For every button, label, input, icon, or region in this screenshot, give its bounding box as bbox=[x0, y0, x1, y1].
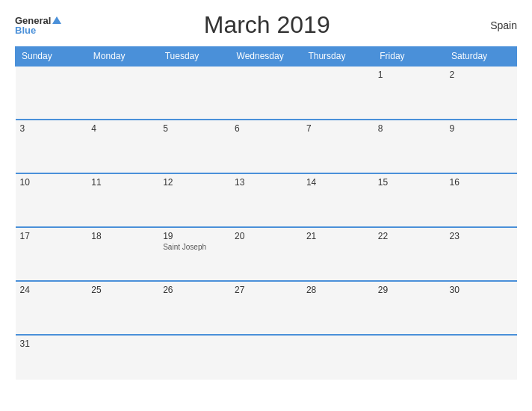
day-cell bbox=[302, 335, 374, 380]
day-cell: 9 bbox=[445, 120, 517, 173]
day-number: 7 bbox=[306, 123, 369, 134]
day-cell: 4 bbox=[87, 120, 158, 173]
day-cell bbox=[302, 66, 374, 120]
day-cell: 12 bbox=[158, 173, 230, 227]
day-cell: 21 bbox=[302, 227, 374, 281]
day-cell: 22 bbox=[374, 227, 445, 281]
country-label: Spain bbox=[472, 19, 517, 31]
day-number: 15 bbox=[378, 177, 441, 188]
day-number: 30 bbox=[450, 285, 513, 295]
day-number: 3 bbox=[20, 123, 83, 134]
day-cell bbox=[158, 335, 230, 380]
day-cell bbox=[16, 66, 87, 120]
day-number: 25 bbox=[91, 285, 154, 295]
day-cell: 29 bbox=[374, 281, 445, 335]
day-cell: 24 bbox=[16, 281, 87, 335]
day-number: 27 bbox=[235, 285, 297, 295]
day-number: 23 bbox=[450, 231, 513, 241]
day-cell: 6 bbox=[230, 120, 302, 173]
day-number: 6 bbox=[235, 123, 297, 134]
days-header-row: SundayMondayTuesdayWednesdayThursdayFrid… bbox=[16, 47, 517, 67]
week-row-2: 10111213141516 bbox=[16, 173, 517, 227]
day-cell: 3 bbox=[16, 120, 87, 173]
day-number: 9 bbox=[450, 123, 513, 134]
day-number: 21 bbox=[306, 231, 369, 241]
day-number: 4 bbox=[91, 123, 154, 134]
day-header-saturday: Saturday bbox=[445, 47, 517, 67]
day-cell bbox=[374, 335, 445, 380]
day-cell: 7 bbox=[302, 120, 374, 173]
day-number: 8 bbox=[378, 123, 441, 134]
day-cell: 15 bbox=[374, 173, 445, 227]
day-cell: 19Saint Joseph bbox=[158, 227, 230, 281]
day-cell: 2 bbox=[445, 66, 517, 120]
day-cell: 30 bbox=[445, 281, 517, 335]
day-header-thursday: Thursday bbox=[302, 47, 374, 67]
day-number: 16 bbox=[450, 177, 513, 188]
week-row-1: 3456789 bbox=[16, 120, 517, 173]
calendar-page: General Blue March 2019 Spain SundayMond… bbox=[0, 0, 532, 411]
header: General Blue March 2019 Spain bbox=[15, 11, 517, 39]
day-header-monday: Monday bbox=[87, 47, 158, 67]
day-cell: 25 bbox=[87, 281, 158, 335]
day-number: 26 bbox=[163, 285, 226, 295]
day-number: 31 bbox=[20, 339, 83, 349]
day-number: 17 bbox=[20, 231, 83, 241]
day-cell bbox=[87, 335, 158, 380]
day-header-tuesday: Tuesday bbox=[158, 47, 230, 67]
week-row-0: 12 bbox=[16, 66, 517, 120]
logo-blue-text: Blue bbox=[15, 25, 61, 35]
day-header-sunday: Sunday bbox=[16, 47, 87, 67]
day-number: 22 bbox=[378, 231, 441, 241]
day-number: 29 bbox=[378, 285, 441, 295]
day-number: 5 bbox=[163, 123, 226, 134]
calendar-title: March 2019 bbox=[61, 11, 472, 39]
day-cell bbox=[87, 66, 158, 120]
day-cell: 20 bbox=[230, 227, 302, 281]
day-cell: 27 bbox=[230, 281, 302, 335]
day-cell: 5 bbox=[158, 120, 230, 173]
day-cell bbox=[445, 335, 517, 380]
day-cell: 11 bbox=[87, 173, 158, 227]
day-cell: 28 bbox=[302, 281, 374, 335]
day-cell: 8 bbox=[374, 120, 445, 173]
calendar-table: SundayMondayTuesdayWednesdayThursdayFrid… bbox=[15, 46, 517, 380]
day-number: 12 bbox=[163, 177, 226, 188]
week-row-5: 31 bbox=[16, 335, 517, 380]
day-cell: 14 bbox=[302, 173, 374, 227]
day-number: 19 bbox=[163, 231, 226, 241]
day-number: 10 bbox=[20, 177, 83, 188]
day-header-friday: Friday bbox=[374, 47, 445, 67]
day-cell: 13 bbox=[230, 173, 302, 227]
logo-general-text: General bbox=[15, 16, 51, 25]
day-number: 18 bbox=[91, 231, 154, 241]
day-cell: 18 bbox=[87, 227, 158, 281]
day-number: 1 bbox=[378, 69, 441, 80]
day-cell: 31 bbox=[16, 335, 87, 380]
day-cell bbox=[230, 335, 302, 380]
week-row-4: 24252627282930 bbox=[16, 281, 517, 335]
day-number: 24 bbox=[20, 285, 83, 295]
day-number: 13 bbox=[235, 177, 297, 188]
day-cell: 23 bbox=[445, 227, 517, 281]
logo: General Blue bbox=[15, 16, 61, 35]
event-label: Saint Joseph bbox=[163, 243, 226, 251]
day-cell bbox=[230, 66, 302, 120]
day-cell: 10 bbox=[16, 173, 87, 227]
day-number: 28 bbox=[306, 285, 369, 295]
day-cell: 26 bbox=[158, 281, 230, 335]
day-cell bbox=[158, 66, 230, 120]
week-row-3: 171819Saint Joseph20212223 bbox=[16, 227, 517, 281]
logo-triangle-icon bbox=[52, 16, 61, 24]
day-cell: 1 bbox=[374, 66, 445, 120]
day-number: 11 bbox=[91, 177, 154, 188]
day-number: 14 bbox=[306, 177, 369, 188]
day-cell: 16 bbox=[445, 173, 517, 227]
day-header-wednesday: Wednesday bbox=[230, 47, 302, 67]
day-number: 20 bbox=[235, 231, 297, 241]
day-cell: 17 bbox=[16, 227, 87, 281]
day-number: 2 bbox=[450, 69, 513, 80]
